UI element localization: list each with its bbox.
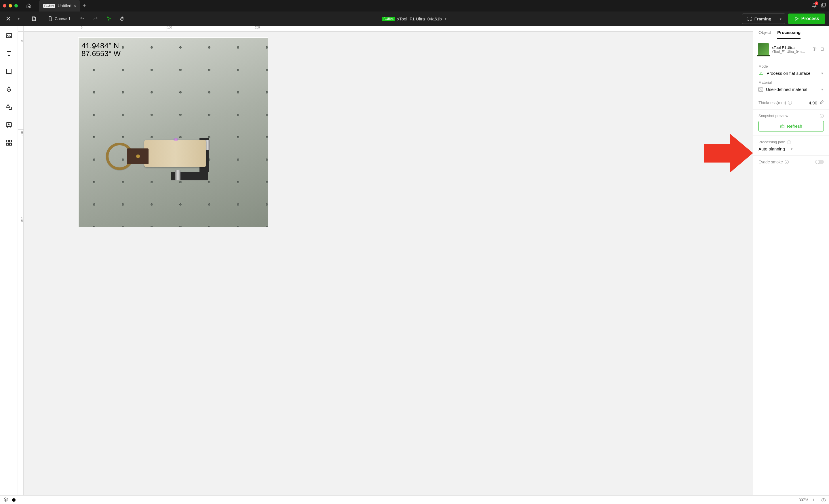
mode-selector[interactable]: Process on flat surface ▼ [758, 71, 824, 76]
home-icon [26, 3, 31, 8]
save-button[interactable] [30, 14, 38, 23]
window-close-btn[interactable] [3, 4, 6, 7]
flat-surface-icon [758, 71, 764, 75]
color-indicator[interactable] [12, 498, 15, 502]
vector-tool-button[interactable] [4, 85, 13, 94]
svg-rect-10 [781, 125, 784, 128]
hand-icon [119, 16, 124, 21]
device-thumbnail [758, 43, 769, 56]
refresh-button[interactable]: Refresh [758, 121, 824, 131]
ruler-tick: 200 [254, 26, 260, 32]
document-tab[interactable]: F1Ultra Untitled × [39, 0, 80, 11]
text-icon [5, 50, 12, 57]
undo-button[interactable] [78, 14, 87, 23]
latitude-text: 41.9484° N [81, 42, 120, 50]
vertical-ruler: 0 100 200 [18, 32, 24, 495]
camera-icon [780, 124, 785, 128]
device-selector[interactable]: F1Ultra xTool_F1 Ultra_04a61b ▼ [382, 16, 447, 21]
ruler-corner [18, 26, 24, 32]
device-settings-button[interactable] [812, 47, 817, 52]
workpiece-keychain [106, 143, 206, 170]
ruler-icon [820, 100, 824, 105]
image-tool-button[interactable] [4, 31, 13, 40]
material-value: User-defined material [766, 87, 807, 92]
zoom-in-button[interactable]: + [811, 497, 816, 503]
redo-button[interactable] [91, 14, 100, 23]
windows-button[interactable] [821, 3, 826, 9]
evade-smoke-toggle[interactable] [815, 160, 824, 164]
gear-icon [812, 47, 817, 51]
shapes-icon [5, 104, 12, 111]
ruler-tick: 0 [80, 26, 83, 32]
material-selector[interactable]: User-defined material ▼ [758, 87, 824, 92]
info-icon[interactable]: i [787, 140, 791, 144]
info-icon[interactable]: i [820, 114, 824, 118]
tab-object[interactable]: Object [758, 30, 771, 39]
ruler-tick: 100 [166, 26, 172, 32]
framing-dropdown[interactable]: ▼ [776, 14, 785, 24]
svg-point-11 [782, 126, 783, 127]
process-label: Process [801, 16, 819, 21]
new-tab-button[interactable]: + [80, 0, 89, 11]
annotation-arrow [704, 132, 753, 174]
info-icon[interactable]: i [788, 101, 792, 105]
canvas-name: Canvas1 [55, 16, 71, 21]
left-toolbar [0, 26, 18, 495]
svg-rect-7 [6, 143, 8, 145]
zoom-out-button[interactable]: − [791, 497, 796, 503]
ruler-tick: 100 [18, 129, 24, 135]
shapes-tool-button[interactable] [4, 103, 13, 112]
zoom-level[interactable]: 307% [799, 498, 808, 502]
app-menu-button[interactable] [4, 14, 13, 23]
thickness-label: Thickness(mm) [758, 101, 786, 105]
ai-tool-button[interactable] [4, 120, 13, 129]
redo-icon [93, 16, 98, 21]
horizontal-ruler: 0 100 200 [24, 26, 753, 32]
apps-tool-button[interactable] [4, 138, 13, 147]
pegboard [79, 38, 268, 227]
play-icon [794, 16, 799, 21]
device-title: xTool F1Ultra [772, 45, 809, 50]
measure-button[interactable] [820, 100, 824, 105]
chevron-down-icon: ▼ [790, 147, 793, 151]
camera-preview: 41.9484° N 87.6553° W [78, 37, 268, 227]
canvas-area[interactable]: 0 100 200 0 100 200 41.9484° N 87.6553° … [18, 26, 753, 495]
evade-smoke-label: Evade smoke [758, 160, 783, 164]
process-button[interactable]: Process [788, 13, 825, 24]
page-icon [48, 16, 53, 21]
main-toolbar: ▼ Canvas1 F1Ultra xTool_F1 Ultra_04a61b … [0, 11, 829, 26]
apps-icon [5, 139, 12, 146]
tab-close-icon[interactable]: × [74, 3, 76, 8]
svg-point-9 [814, 48, 815, 49]
svg-rect-6 [9, 140, 11, 142]
home-button[interactable] [24, 1, 34, 11]
shape-tool-button[interactable] [4, 67, 13, 76]
svg-rect-0 [822, 3, 826, 6]
coordinates-overlay: 41.9484° N 87.6553° W [81, 42, 120, 58]
svg-rect-4 [6, 122, 11, 126]
path-selector[interactable]: Auto planning ▼ [758, 146, 824, 151]
tab-device-badge: F1Ultra [43, 4, 55, 8]
right-panel: Object Processing xTool F1Ultra xTool_F1… [753, 26, 829, 495]
window-minimize-btn[interactable] [9, 4, 12, 7]
text-tool-button[interactable] [4, 49, 13, 58]
select-tool-button[interactable] [105, 14, 113, 23]
svg-rect-1 [6, 34, 11, 38]
svg-rect-2 [7, 69, 11, 74]
notification-badge: 2 [815, 1, 818, 5]
canvas-selector[interactable]: Canvas1 [48, 16, 71, 21]
mode-value: Process on flat surface [766, 71, 810, 76]
help-button[interactable]: ? [822, 498, 826, 502]
device-file-button[interactable] [820, 47, 824, 52]
framing-button[interactable]: Framing [742, 14, 776, 24]
tab-processing[interactable]: Processing [777, 30, 800, 39]
layers-button[interactable] [3, 497, 8, 503]
material-swatch-icon [758, 87, 763, 92]
hand-tool-button[interactable] [118, 14, 127, 23]
wood-tag [144, 140, 206, 167]
info-icon[interactable]: i [785, 160, 789, 164]
notifications-button[interactable]: 2 [812, 3, 817, 9]
window-maximize-btn[interactable] [14, 4, 18, 7]
chevron-down-icon[interactable]: ▼ [17, 17, 20, 21]
path-value: Auto planning [758, 146, 785, 151]
